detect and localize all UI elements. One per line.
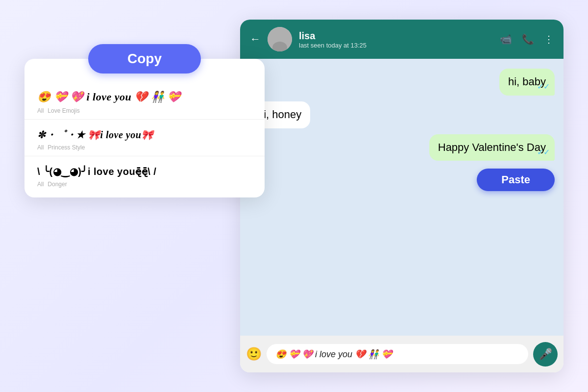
chat-header: ← lisa last seen today at 13:25 📹 📞 ⋮ <box>240 20 564 59</box>
tag-love-emojis: Love Emojis <box>48 107 79 114</box>
copy-item-donger: \ ╰(◕‿◕)╯i love youē̴̢ē̴̢\ / All Donger <box>24 156 265 193</box>
mic-button[interactable]: 🎤 <box>533 342 558 367</box>
phone-call-icon[interactable]: 📞 <box>522 33 534 45</box>
video-call-icon[interactable]: 📹 <box>500 33 512 45</box>
svg-point-1 <box>275 32 285 42</box>
tag-all-princess: All <box>37 144 44 151</box>
chat-panel: ← lisa last seen today at 13:25 📹 📞 ⋮ <box>240 20 564 372</box>
copy-item-donger-text: \ ╰(◕‿◕)╯i love youē̴̢ē̴̢\ / <box>37 165 252 178</box>
chat-header-icons: 📹 📞 ⋮ <box>500 33 554 45</box>
more-options-icon[interactable]: ⋮ <box>544 33 554 45</box>
avatar <box>268 27 292 51</box>
copy-item-love-emojis-tags: All Love Emojis <box>37 107 252 114</box>
emoji-button[interactable]: 🙂 <box>246 346 262 362</box>
chat-body: hi, baby ✓✓ hi, honey Happy Valentine's … <box>240 59 564 336</box>
message-hi-baby: hi, baby ✓✓ <box>499 69 555 96</box>
message-text: Happy Valentine's Day <box>438 141 546 153</box>
paste-button-wrapper: Paste <box>249 169 555 195</box>
copy-item-donger-tags: All Donger <box>37 181 252 188</box>
tag-princess-style: Princess Style <box>48 144 85 151</box>
tick-icon: ✓✓ <box>537 81 550 92</box>
paste-button[interactable]: Paste <box>477 169 555 191</box>
tick-icon-2: ✓✓ <box>537 147 550 158</box>
tag-donger: Donger <box>48 181 67 188</box>
tag-all: All <box>37 107 44 114</box>
chat-input[interactable] <box>267 344 528 364</box>
copy-button-wrapper: Copy <box>24 44 265 74</box>
chat-user-status: last seen today at 13:25 <box>299 42 493 49</box>
copy-item-love-emojis-text: 😍 💝 💖 i love you 💔 👫 💝 <box>37 90 252 104</box>
scene: Copy 😍 💝 💖 i love you 💔 👫 💝 All Love Emo… <box>24 20 564 372</box>
chat-user-name: lisa <box>299 30 493 42</box>
tag-all-donger: All <box>37 181 44 188</box>
copy-button[interactable]: Copy <box>88 44 201 74</box>
copy-item-princess-tags: All Princess Style <box>37 144 252 151</box>
copy-item-love-emojis: 😍 💝 💖 i love you 💔 👫 💝 All Love Emojis <box>24 81 265 120</box>
mic-icon: 🎤 <box>539 348 552 361</box>
copy-item-princess-text: ✼・゜・★ 🎀i love you🎀 <box>37 128 252 141</box>
chat-input-bar: 🙂 🎤 <box>240 336 564 372</box>
chat-user-info: lisa last seen today at 13:25 <box>299 30 493 49</box>
copy-item-princess: ✼・゜・★ 🎀i love you🎀 All Princess Style <box>24 120 265 156</box>
copy-panel: Copy 😍 💝 💖 i love you 💔 👫 💝 All Love Emo… <box>24 59 265 197</box>
message-happy-valentines: Happy Valentine's Day ✓✓ <box>429 134 555 161</box>
